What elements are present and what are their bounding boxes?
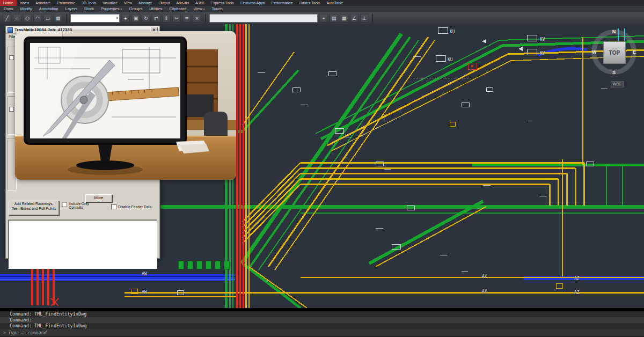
checkbox-label: Disable Feeder Data — [118, 205, 151, 209]
ribbon-panel-properties[interactable]: Properties▾ — [101, 6, 122, 12]
ribbon-tab-visualize[interactable]: Visualize — [99, 0, 121, 6]
viewcube-north[interactable]: N — [612, 29, 616, 34]
ribbon-tab-featured-apps[interactable]: Featured Apps — [237, 0, 268, 6]
rectangle-tool-icon[interactable]: ▭ — [43, 14, 52, 23]
viewcube-west[interactable]: W — [592, 49, 597, 55]
copy-tool-icon[interactable]: ▣ — [131, 14, 140, 23]
ribbon-tab-autotable[interactable]: AutoTable — [323, 0, 346, 6]
ribbon-tab-3d-tools[interactable]: 3D Tools — [78, 0, 99, 6]
erase-tool-icon[interactable]: × — [193, 14, 201, 23]
ribbon-tab-parametric[interactable]: Parametric — [54, 0, 78, 6]
command-prompt-text: Type a command — [8, 330, 47, 335]
add-related-raceways-button[interactable]: Add Related Raceways, Teen Boxes and Pul… — [9, 201, 59, 215]
move-tool-icon[interactable]: + — [121, 14, 130, 23]
ribbon-tab-home[interactable]: Home — [0, 0, 17, 6]
dialog-photo-illustration — [15, 31, 236, 180]
chevron-down-icon: ▾ — [121, 8, 122, 11]
ribbon-tab-output[interactable]: Output — [155, 0, 173, 6]
toolbar-search-input[interactable] — [209, 14, 318, 23]
stretch-tool-icon[interactable]: ↕ — [162, 14, 171, 23]
checkbox-icon[interactable] — [111, 204, 116, 209]
layer-combo[interactable]: ▾ — [70, 14, 120, 23]
ribbon-tab-add-ins[interactable]: Add-ins — [173, 0, 192, 6]
dialog-checkbox-covered[interactable] — [9, 107, 14, 112]
command-line: Command: — [0, 317, 644, 323]
rotate-tool-icon[interactable]: ↻ — [142, 14, 150, 23]
circle-tool-icon[interactable]: ○ — [23, 14, 32, 23]
command-panel: Command: TML_FindEntityInDwgCommand:Comm… — [0, 308, 644, 337]
mirror-tool-icon[interactable]: ⇄ — [152, 14, 160, 23]
chevron-down-icon: ▾ — [116, 16, 118, 20]
polyline-tool-icon[interactable]: ⌐ — [13, 14, 21, 23]
dialog-checkbox-covered[interactable] — [9, 55, 14, 60]
viewcube-top-face[interactable]: TOP — [603, 41, 626, 64]
ribbon-panel-modify[interactable]: Modify — [20, 6, 32, 12]
ribbon-panel-groups[interactable]: Groups — [129, 6, 143, 12]
command-history: Command: TML_FindEntityInDwgCommand:Comm… — [0, 311, 644, 329]
toolbar-separator — [372, 14, 373, 23]
ribbon-tab-raster-tools[interactable]: Raster Tools — [296, 0, 324, 6]
ribbon-panel-annotation[interactable]: Annotation — [39, 6, 58, 12]
include-only-conduits-checkbox[interactable]: Include Only Conduits — [62, 202, 97, 209]
grid-toggle-icon[interactable]: ▦ — [340, 14, 348, 23]
green-junction-boxes — [178, 261, 229, 269]
ribbon-tab-annotate[interactable]: Annotate — [32, 0, 54, 6]
ortho-toggle-icon[interactable]: ⊥ — [360, 14, 369, 23]
chevron-down-icon: ▾ — [203, 8, 205, 11]
measure-tool-icon[interactable]: ⌖ — [319, 14, 328, 23]
ribbon-panel-touch[interactable]: Touch — [212, 6, 223, 12]
ribbon-tab-view[interactable]: View — [121, 0, 135, 6]
ribbon-tab-performance[interactable]: Performance — [268, 0, 296, 6]
trim-tool-icon[interactable]: ✂ — [172, 14, 181, 23]
command-input[interactable]: > Type a command — [0, 329, 644, 336]
snap-toggle-icon[interactable]: ∠ — [350, 14, 358, 23]
offset-tool-icon[interactable]: ≡ — [182, 14, 191, 23]
ribbon-panel-clipboard[interactable]: Clipboard — [169, 6, 186, 12]
line-tool-icon[interactable]: ╱ — [3, 14, 11, 23]
checkbox-icon[interactable] — [62, 202, 67, 207]
arc-tool-icon[interactable]: ◠ — [33, 14, 42, 23]
ribbon-panel-utilities[interactable]: Utilities — [149, 6, 162, 12]
wcs-menu[interactable]: WCS — [611, 81, 624, 87]
ribbon-tab-manage[interactable]: Manage — [135, 0, 155, 6]
ribbon-panel-block[interactable]: Block — [84, 6, 94, 12]
toolbar-separator — [205, 14, 206, 23]
ribbon-tab-express-tools[interactable]: Express Tools — [208, 0, 237, 6]
viewcube[interactable]: TOP N S W E — [591, 30, 636, 75]
disable-feeder-data-checkbox[interactable]: Disable Feeder Data — [111, 204, 157, 209]
ribbon-panels: DrawModifyAnnotationLayersBlockPropertie… — [0, 6, 644, 12]
hatch-tool-icon[interactable]: ▦ — [54, 14, 62, 23]
ribbon-panel-draw[interactable]: Draw — [4, 6, 13, 12]
checkbox-label: Include Only Conduits — [69, 202, 97, 209]
ribbon-tab-a360[interactable]: A360 — [192, 0, 207, 6]
dialog-app-icon — [8, 27, 13, 33]
toolbar: ╱⌐○◠▭▦▾+▣↻⇄↕✂≡×⌖▤▦∠⊥ — [0, 12, 644, 25]
ribbon-panel-view[interactable]: View▾ — [193, 6, 204, 12]
more-button[interactable]: More — [85, 194, 112, 202]
viewcube-south[interactable]: S — [612, 70, 616, 75]
prompt-icon: > — [3, 330, 6, 335]
ribbon-tabs: HomeInsertAnnotateParametric3D ToolsVisu… — [0, 0, 644, 6]
command-line: Command: TML_FindEntityInDwg — [0, 323, 644, 329]
ribbon-tab-insert[interactable]: Insert — [17, 0, 33, 6]
toolbar-separator — [66, 14, 67, 23]
dialog-photo — [15, 31, 236, 180]
viewcube-east[interactable]: E — [633, 49, 636, 55]
command-line: Command: TML_FindEntityInDwg — [0, 311, 644, 317]
paste-tool-icon[interactable]: ▤ — [330, 14, 338, 23]
application-window: HomeInsertAnnotateParametric3D ToolsVisu… — [0, 0, 644, 337]
ribbon-panel-layers[interactable]: Layers — [65, 6, 77, 12]
results-listbox[interactable] — [8, 219, 157, 269]
